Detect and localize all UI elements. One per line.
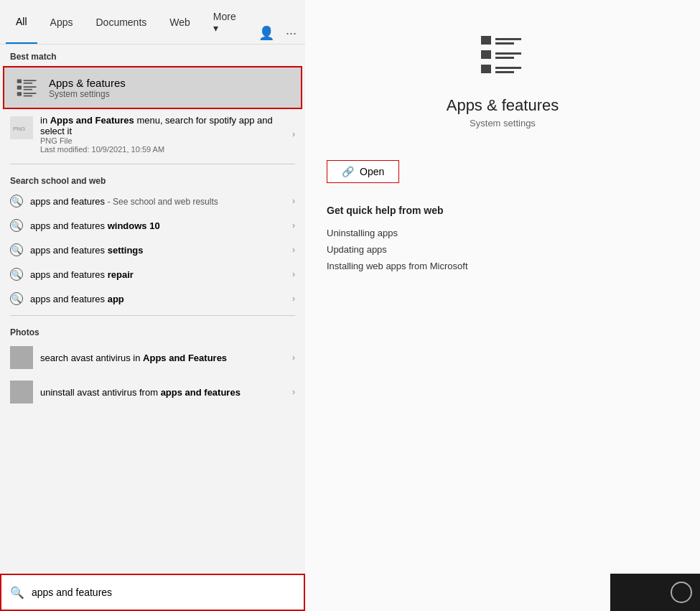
file-thumbnail: PNG — [10, 116, 33, 139]
apps-features-icon — [14, 75, 40, 101]
photo-text-0: search avast antivirus in Apps and Featu… — [40, 353, 285, 363]
search-text-2: apps and features settings — [30, 245, 285, 256]
search-item-1[interactable]: 🔍 apps and features windows 10 › — [0, 213, 305, 238]
svg-rect-6 — [17, 92, 22, 95]
search-box-icon: 🔍 — [10, 586, 24, 600]
photo-chevron-1: › — [292, 387, 295, 397]
divider-1 — [10, 164, 295, 164]
svg-rect-7 — [24, 93, 37, 94]
search-text-1: apps and features windows 10 — [30, 220, 285, 231]
open-label: Open — [360, 166, 384, 177]
more-icon[interactable]: ··· — [283, 23, 299, 44]
quick-help-link-1[interactable]: Updating apps — [327, 241, 468, 258]
search-chevron-1: › — [292, 220, 295, 230]
best-match-subtitle: System settings — [49, 89, 126, 99]
photo-thumb-1 — [10, 381, 33, 404]
svg-rect-11 — [10, 346, 33, 369]
search-chevron-4: › — [292, 294, 295, 304]
search-icon-3: 🔍 — [10, 268, 23, 281]
svg-rect-16 — [481, 50, 491, 59]
right-panel-subtitle: System settings — [470, 118, 536, 129]
svg-rect-20 — [495, 67, 521, 69]
right-panel-title: Apps & features — [447, 96, 559, 115]
search-text-3: apps and features repair — [30, 269, 285, 280]
best-match-title: Apps & features — [49, 77, 126, 89]
search-text-0: apps and features - See school and web r… — [30, 196, 285, 207]
search-chevron-0: › — [292, 196, 295, 206]
quick-help-link-2[interactable]: Installing web apps from Microsoft — [327, 258, 468, 274]
tab-bar-icons: 👤 ··· — [256, 22, 299, 44]
search-item-3[interactable]: 🔍 apps and features repair › — [0, 262, 305, 286]
search-item-4[interactable]: 🔍 apps and features app › — [0, 286, 305, 311]
svg-rect-2 — [24, 83, 32, 84]
taskbar-circle — [671, 582, 692, 603]
svg-rect-12 — [10, 381, 33, 404]
svg-rect-5 — [24, 89, 32, 90]
svg-rect-8 — [24, 95, 32, 97]
search-chevron-3: › — [292, 269, 295, 279]
taskbar — [610, 574, 700, 611]
quick-help-title: Get quick help from web — [327, 205, 468, 216]
photo-text-1: uninstall avast antivirus from apps and … — [40, 387, 285, 398]
divider-2 — [10, 315, 295, 316]
left-panel: All Apps Documents Web More ▾ 👤 ··· Best… — [0, 0, 305, 611]
svg-rect-14 — [495, 38, 521, 40]
tab-apps[interactable]: Apps — [40, 0, 83, 44]
best-match-item[interactable]: Apps & features System settings — [3, 66, 302, 109]
svg-rect-4 — [24, 86, 37, 88]
tab-documents[interactable]: Documents — [85, 0, 157, 44]
app-icon-area: Apps & features System settings — [447, 29, 559, 129]
tab-bar: All Apps Documents Web More ▾ 👤 ··· — [0, 0, 305, 45]
file-last-modified: Last modified: 10/9/2021, 10:59 AM — [40, 145, 285, 154]
best-match-text: Apps & features System settings — [49, 77, 126, 99]
svg-rect-0 — [17, 79, 22, 83]
search-icon-0: 🔍 — [10, 195, 23, 207]
tab-web[interactable]: Web — [159, 0, 200, 44]
search-box-input[interactable] — [32, 587, 295, 598]
file-result-title: in Apps and Features menu, search for sp… — [40, 115, 285, 136]
taskbar-circle-icon[interactable] — [668, 579, 694, 605]
svg-rect-19 — [481, 65, 491, 73]
photo-thumb-0 — [10, 346, 33, 369]
file-result-content: in Apps and Features menu, search for sp… — [40, 115, 285, 154]
photo-item-1[interactable]: uninstall avast antivirus from apps and … — [0, 375, 305, 409]
open-icon: 🔗 — [342, 166, 354, 177]
file-result-chevron: › — [292, 129, 295, 139]
svg-rect-3 — [17, 85, 22, 89]
search-item-2[interactable]: 🔍 apps and features settings › — [0, 238, 305, 262]
photo-chevron-0: › — [292, 353, 295, 363]
person-icon[interactable]: 👤 — [256, 22, 277, 44]
search-text-4: apps and features app — [30, 294, 285, 304]
search-chevron-2: › — [292, 245, 295, 255]
search-section-label: Search school and web — [0, 169, 305, 189]
tab-all[interactable]: All — [6, 0, 37, 44]
search-icon-4: 🔍 — [10, 292, 23, 305]
search-item-0[interactable]: 🔍 apps and features - See school and web… — [0, 189, 305, 213]
svg-rect-18 — [495, 57, 514, 59]
search-icon-2: 🔍 — [10, 243, 23, 256]
right-panel: Apps & features System settings 🔗 Open G… — [305, 0, 700, 611]
search-icon-1: 🔍 — [10, 219, 23, 232]
svg-rect-15 — [495, 42, 514, 45]
open-button-container: 🔗 Open — [327, 160, 399, 183]
app-icon — [474, 29, 531, 86]
svg-text:PNG: PNG — [13, 126, 25, 132]
best-match-label: Best match — [0, 45, 305, 66]
search-box-container: 🔍 — [0, 574, 305, 611]
photos-section-label: Photos — [0, 320, 305, 340]
photo-item-0[interactable]: search avast antivirus in Apps and Featu… — [0, 340, 305, 375]
quick-help-section: Get quick help from web Uninstalling app… — [327, 205, 468, 274]
svg-rect-1 — [24, 80, 37, 81]
tab-more[interactable]: More ▾ — [203, 0, 253, 44]
svg-rect-13 — [481, 36, 491, 45]
svg-rect-17 — [495, 52, 521, 55]
file-result-item[interactable]: PNG in Apps and Features menu, search fo… — [0, 109, 305, 159]
file-type: PNG File — [40, 136, 285, 145]
svg-rect-21 — [495, 71, 514, 73]
quick-help-link-0[interactable]: Uninstalling apps — [327, 225, 468, 241]
open-button[interactable]: 🔗 Open — [327, 160, 399, 183]
